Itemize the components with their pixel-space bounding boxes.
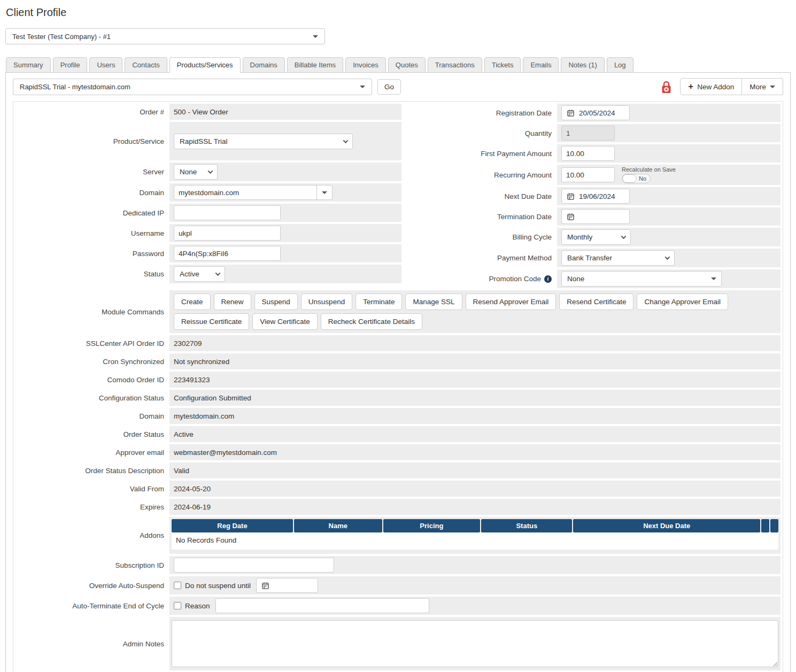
change-approver-email-button[interactable]: Change Approver Email bbox=[637, 293, 728, 310]
resend-certificate-button[interactable]: Resend Certificate bbox=[559, 293, 633, 310]
username-row: Username bbox=[16, 224, 401, 242]
order-number-value: 500 - View Order bbox=[169, 104, 401, 120]
renew-button[interactable]: Renew bbox=[214, 293, 251, 310]
billing-cycle-select[interactable]: Monthly bbox=[561, 229, 631, 245]
info-row: Order Status Active bbox=[16, 426, 780, 442]
addons-empty-text: No Records Found bbox=[172, 532, 778, 550]
registration-date-value: 20/05/2024 bbox=[579, 109, 615, 117]
client-selector-dropdown[interactable]: Test Tester (Test Company) - #1 bbox=[5, 28, 325, 44]
auto-terminate-checkbox[interactable] bbox=[174, 602, 181, 609]
override-auto-suspend-row: Override Auto-Suspend Do not suspend unt… bbox=[16, 576, 780, 594]
manage-ssl-button[interactable]: Manage SSL bbox=[405, 293, 462, 310]
tab-billable-items[interactable]: Billable Items bbox=[287, 57, 343, 73]
go-button[interactable]: Go bbox=[377, 79, 401, 95]
product-service-label: Product/Service bbox=[16, 122, 169, 160]
dedicated-ip-input[interactable] bbox=[174, 205, 281, 220]
tab-transactions[interactable]: Transactions bbox=[428, 57, 482, 73]
recalculate-toggle[interactable]: No bbox=[622, 174, 651, 183]
tab-tickets[interactable]: Tickets bbox=[484, 57, 521, 73]
recurring-amount-input[interactable] bbox=[561, 167, 615, 182]
promotion-code-value: None bbox=[567, 275, 584, 283]
chevron-down-icon bbox=[343, 138, 349, 143]
chevron-down-icon bbox=[360, 86, 365, 88]
username-input[interactable] bbox=[174, 226, 281, 241]
tab-emails[interactable]: Emails bbox=[523, 57, 559, 73]
info-label: Approver email bbox=[16, 444, 169, 460]
quantity-row: Quantity bbox=[403, 124, 780, 142]
status-select[interactable]: Active bbox=[174, 266, 225, 282]
calendar-icon bbox=[262, 582, 269, 589]
billing-cycle-value: Monthly bbox=[567, 233, 592, 241]
subscription-id-row: Subscription ID bbox=[16, 556, 780, 574]
chevron-down-icon bbox=[711, 277, 716, 280]
calendar-icon bbox=[567, 110, 574, 117]
server-select[interactable]: None bbox=[174, 164, 218, 180]
tab-contacts[interactable]: Contacts bbox=[125, 57, 167, 73]
registration-date-cell: 20/05/2024 bbox=[557, 104, 780, 122]
info-value: webmaster@mytestdomain.com bbox=[169, 444, 780, 460]
override-auto-suspend-checkbox[interactable] bbox=[174, 582, 181, 589]
recheck-certificate-details-button[interactable]: Recheck Certificate Details bbox=[321, 313, 422, 330]
create-button[interactable]: Create bbox=[174, 293, 211, 310]
status-cell: Active bbox=[169, 265, 401, 283]
termination-date-label: Termination Date bbox=[403, 207, 557, 226]
new-addon-button[interactable]: + New Addon bbox=[680, 78, 742, 95]
payment-method-value: Bank Transfer bbox=[567, 254, 612, 262]
reissue-certificate-button[interactable]: Reissue Certificate bbox=[174, 313, 249, 330]
domain-dropdown-button[interactable] bbox=[316, 185, 333, 200]
product-service-row: Product/Service RapidSSL Trial bbox=[16, 122, 401, 160]
payment-method-row: Payment Method Bank Transfer bbox=[403, 249, 780, 267]
addon-button-group: + New Addon More bbox=[680, 78, 783, 95]
terminate-button[interactable]: Terminate bbox=[356, 293, 402, 310]
status-row: Status Active bbox=[16, 265, 401, 283]
admin-notes-row: Admin Notes bbox=[16, 617, 780, 670]
admin-notes-textarea[interactable] bbox=[172, 620, 778, 667]
next-due-date-input[interactable]: 19/06/2024 bbox=[561, 189, 630, 204]
tab-products-services[interactable]: Products/Services bbox=[169, 57, 241, 73]
view-certificate-button[interactable]: View Certificate bbox=[252, 313, 318, 330]
tab-quotes[interactable]: Quotes bbox=[388, 57, 426, 73]
product-service-select[interactable]: RapidSSL Trial bbox=[174, 134, 353, 149]
info-value: mytestdomain.com bbox=[169, 408, 780, 424]
registration-date-input[interactable]: 20/05/2024 bbox=[561, 105, 630, 120]
more-button[interactable]: More bbox=[742, 78, 783, 95]
info-row: Expires 2024-06-19 bbox=[16, 499, 780, 515]
chevron-down-icon bbox=[215, 271, 221, 276]
tab-log[interactable]: Log bbox=[607, 57, 633, 73]
payment-method-select[interactable]: Bank Transfer bbox=[561, 250, 675, 266]
suspend-until-date-input[interactable] bbox=[256, 578, 318, 593]
termination-date-input[interactable] bbox=[561, 209, 630, 224]
subscription-id-input[interactable] bbox=[174, 558, 334, 573]
toggle-value: No bbox=[637, 175, 650, 182]
column-header-empty bbox=[761, 519, 769, 532]
termination-date-row: Termination Date bbox=[403, 207, 780, 226]
info-row: Domain mytestdomain.com bbox=[16, 408, 780, 424]
domain-row: Domain bbox=[16, 183, 401, 202]
promotion-code-select[interactable]: None bbox=[561, 271, 722, 287]
tab-invoices[interactable]: Invoices bbox=[345, 57, 386, 73]
product-service-cell: RapidSSL Trial bbox=[169, 122, 401, 160]
payment-method-label: Payment Method bbox=[403, 249, 557, 267]
unsuspend-button[interactable]: Unsuspend bbox=[301, 293, 352, 310]
info-label: Expires bbox=[16, 499, 169, 515]
domain-label: Domain bbox=[16, 183, 169, 202]
next-due-date-value: 19/06/2024 bbox=[579, 192, 615, 200]
tab-profile[interactable]: Profile bbox=[53, 57, 88, 73]
auto-terminate-reason-input[interactable] bbox=[215, 598, 429, 613]
domain-cell bbox=[169, 183, 401, 202]
domain-input[interactable] bbox=[174, 185, 317, 200]
resend-approver-email-button[interactable]: Resend Approver Email bbox=[466, 293, 557, 310]
toolbar-right: + New Addon More bbox=[661, 78, 783, 95]
first-payment-input[interactable] bbox=[561, 146, 615, 161]
tab-users[interactable]: Users bbox=[89, 57, 122, 73]
suspend-button[interactable]: Suspend bbox=[254, 293, 298, 310]
tab-summary[interactable]: Summary bbox=[6, 57, 51, 73]
service-selector-dropdown[interactable]: RapidSSL Trial - mytestdomain.com bbox=[13, 79, 372, 95]
info-row: Approver email webmaster@mytestdomain.co… bbox=[16, 444, 780, 460]
info-row: Order Status Description Valid bbox=[16, 462, 780, 478]
tab-notes[interactable]: Notes (1) bbox=[561, 57, 604, 73]
password-input[interactable] bbox=[174, 246, 281, 261]
products-services-panel: RapidSSL Trial - mytestdomain.com Go + bbox=[5, 72, 791, 672]
server-cell: None bbox=[169, 163, 401, 181]
tab-domains[interactable]: Domains bbox=[243, 57, 285, 73]
